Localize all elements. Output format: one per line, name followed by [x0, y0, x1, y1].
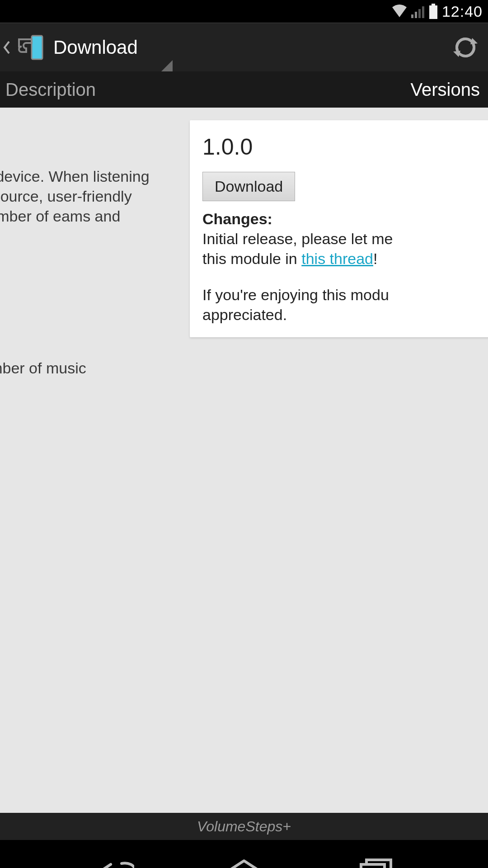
changes-body: Initial release, please let me this modu…: [202, 229, 488, 325]
svg-rect-6: [32, 36, 42, 59]
tab-label: Versions: [411, 80, 480, 100]
download-button-label: Download: [215, 178, 283, 195]
changes-text: this module in: [202, 250, 301, 267]
tab-description[interactable]: Description: [0, 71, 101, 108]
changes-text: If you're enjoying this modu: [202, 286, 389, 303]
svg-rect-10: [361, 864, 385, 868]
wifi-icon: [391, 5, 408, 18]
thread-link[interactable]: this thread: [301, 250, 373, 267]
recents-icon: [358, 857, 394, 868]
changes-text: !: [373, 250, 377, 267]
tab-versions[interactable]: Versions: [405, 71, 485, 108]
battery-icon: [428, 4, 438, 19]
actionbar-title: Download: [52, 37, 138, 58]
description-text: gs, reboot. module and reboot: [0, 515, 158, 555]
changes-heading: Changes:: [202, 210, 488, 228]
changes-text: appreciated.: [202, 306, 287, 323]
recents-button[interactable]: [349, 853, 404, 868]
status-bar: 12:40: [0, 0, 488, 23]
description-text: ume steps for the alarm, ams. 15, 30, 45…: [0, 300, 158, 340]
version-card: 1.0.0 Download Changes: Initial release,…: [190, 120, 488, 337]
module-name: VolumeSteps+: [197, 818, 291, 835]
refresh-button[interactable]: [449, 31, 482, 64]
home-icon: [224, 858, 264, 868]
chevron-left-icon: [3, 41, 11, 54]
description-text: fe headset volume: [0, 396, 158, 416]
navigation-bar: [0, 840, 488, 868]
spinner-indicator-icon: [160, 60, 173, 73]
cell-signal-icon: [411, 5, 425, 18]
description-panel: d module is to change the your device. W…: [0, 108, 171, 568]
svg-rect-0: [411, 14, 413, 18]
svg-rect-4: [432, 4, 435, 5]
home-button[interactable]: [217, 853, 271, 868]
back-button[interactable]: [84, 853, 139, 868]
version-number: 1.0.0: [202, 134, 488, 160]
svg-rect-2: [418, 9, 421, 18]
description-text: e safe headset volume new number of musi…: [0, 358, 158, 378]
content-area[interactable]: d module is to change the your device. W…: [0, 108, 488, 813]
up-button[interactable]: [0, 32, 44, 63]
clock-text: 12:40: [442, 3, 483, 20]
footer-bar: VolumeSteps+: [0, 813, 488, 840]
tab-strip: Description Versions: [0, 71, 488, 108]
actionbar-spinner[interactable]: Download: [52, 23, 138, 72]
app-icon: [14, 32, 44, 63]
svg-rect-3: [422, 6, 424, 18]
back-icon: [89, 858, 134, 868]
svg-rect-5: [429, 5, 437, 19]
tab-label: Description: [5, 80, 96, 100]
description-text: d module is to change the your device. W…: [0, 166, 158, 246]
refresh-icon: [453, 35, 478, 60]
changes-text: Initial release, please let me: [202, 230, 393, 247]
action-bar: Download: [0, 23, 488, 71]
download-button[interactable]: Download: [202, 172, 295, 201]
svg-rect-1: [415, 12, 417, 18]
svg-marker-8: [453, 51, 460, 57]
